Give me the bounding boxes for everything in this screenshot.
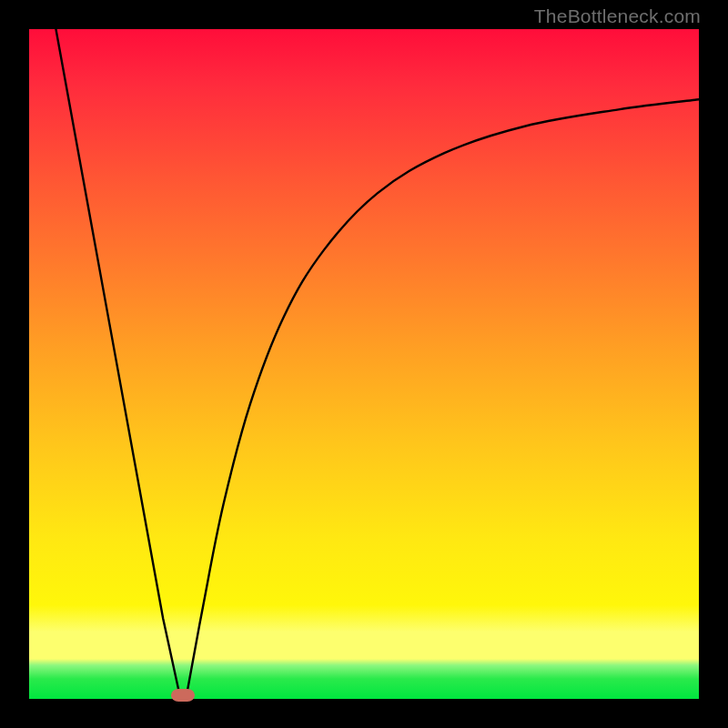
minimum-marker: [171, 689, 195, 702]
chart-frame: TheBottleneck.com: [0, 0, 728, 728]
curve-right-segment: [187, 99, 699, 695]
curve-left-segment: [56, 29, 179, 695]
bottleneck-curve: [29, 29, 699, 699]
watermark-text: TheBottleneck.com: [534, 5, 701, 27]
